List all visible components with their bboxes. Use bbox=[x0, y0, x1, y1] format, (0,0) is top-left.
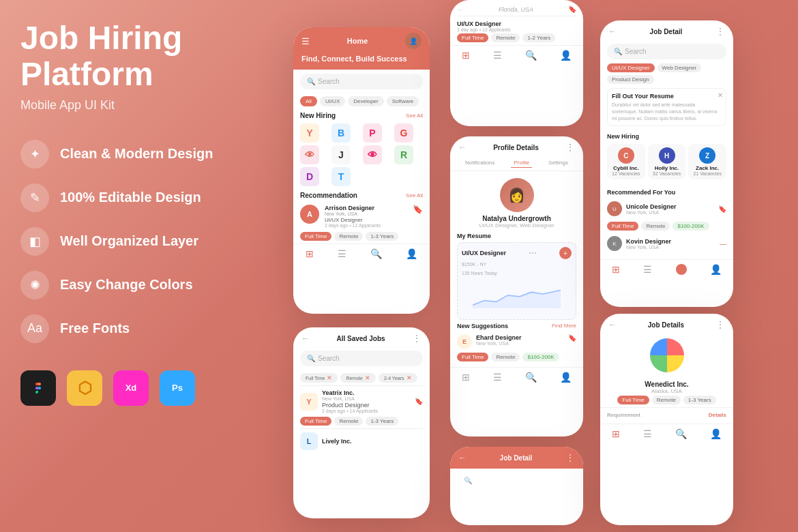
tag-uiux6[interactable]: UI/UX Designer bbox=[457, 492, 505, 501]
sugg-tags: Full Time Remote $100-200K bbox=[450, 353, 583, 361]
tag-uiux4[interactable]: UI/UX Designer bbox=[607, 63, 655, 72]
chart-area bbox=[469, 278, 565, 312]
nav3-home[interactable]: ⊞ bbox=[462, 372, 470, 383]
tab-notifications[interactable]: Notifications bbox=[462, 158, 498, 168]
tag-web6[interactable]: Web Designer bbox=[507, 492, 552, 501]
rec-role: UI/UX Designer bbox=[325, 217, 407, 223]
rec-see-all[interactable]: See All bbox=[406, 192, 423, 198]
cat-dev[interactable]: Developer bbox=[348, 96, 383, 106]
sugg-icon: E bbox=[457, 334, 472, 349]
phone-job-detail-red: ← Job Detail ⋮ 🔍 Search UI/UX Designer W… bbox=[450, 447, 583, 525]
filter-years[interactable]: 2-4 Years✕ bbox=[379, 373, 417, 383]
fill-resume-card: Fill Out Your Resume ✕ Durabitur vel dol… bbox=[607, 88, 726, 126]
phone2-tags: Full Time Remote 1-2 Years bbox=[450, 33, 583, 42]
sugg-bookmark[interactable]: 🔖 bbox=[568, 334, 576, 342]
phone4-search[interactable]: 🔍 Search bbox=[607, 44, 726, 59]
nav2-list[interactable]: ☰ bbox=[493, 50, 502, 61]
phone6-search[interactable]: 🔍 Search bbox=[457, 473, 576, 488]
phone-home: ☰ Home 👤 Find, Connect, Build Success 🔍 … bbox=[293, 27, 430, 314]
filter-remote[interactable]: Remote✕ bbox=[340, 373, 376, 383]
nav2-profile[interactable]: 👤 bbox=[560, 50, 572, 61]
wenedict-company: Wenedict Inc. bbox=[600, 381, 733, 388]
tag-product6[interactable]: Product Design bbox=[457, 504, 504, 513]
organized-icon: ◧ bbox=[20, 227, 49, 256]
nav-home[interactable]: ⊞ bbox=[306, 248, 314, 259]
nav7-profile[interactable]: 👤 bbox=[710, 428, 722, 439]
saved-job-1: Y Yeatrix Inc. New York, USA Product Des… bbox=[293, 386, 430, 417]
nav-search[interactable]: 🔍 bbox=[370, 248, 382, 259]
yeatrix-bookmark[interactable]: 🔖 bbox=[415, 398, 423, 405]
tag-remote: Remote bbox=[334, 232, 363, 241]
cat-uiux[interactable]: UI/UX bbox=[320, 96, 345, 106]
phone4-recommended: Recommended For You bbox=[607, 189, 675, 196]
new-hiring-see-all[interactable]: See All bbox=[406, 113, 423, 119]
nav7-list[interactable]: ☰ bbox=[643, 428, 652, 439]
phone4-hiring-header: New Hiring bbox=[600, 130, 733, 141]
tag-product4[interactable]: Product Design bbox=[607, 75, 654, 84]
filter-fulltime[interactable]: Full Time✕ bbox=[300, 373, 338, 383]
subtitle: Mobile App UI Kit bbox=[20, 98, 266, 113]
bookmark-icon[interactable]: 🔖 bbox=[413, 205, 423, 214]
nav4-profile[interactable]: 👤 bbox=[710, 264, 722, 275]
filter-x3[interactable]: ✕ bbox=[407, 374, 412, 381]
phone2-role: UI/UX Designer bbox=[457, 20, 576, 27]
avatar-center: 👩 Natalya Undergrowth UI/UX Designer, We… bbox=[450, 171, 583, 231]
cat-sw[interactable]: Software bbox=[387, 96, 419, 106]
filter-x1[interactable]: ✕ bbox=[327, 374, 332, 381]
nav2-home[interactable]: ⊞ bbox=[462, 50, 470, 61]
filter-x2[interactable]: ✕ bbox=[365, 374, 370, 381]
holly-logo: H bbox=[659, 147, 675, 164]
nav3-profile[interactable]: 👤 bbox=[560, 372, 572, 383]
phone7-details[interactable]: Details bbox=[709, 412, 726, 418]
r4-ft: Full Time bbox=[607, 222, 638, 231]
r4-remote: Remote bbox=[641, 222, 670, 231]
nav-list[interactable]: ☰ bbox=[338, 248, 346, 259]
phone4-new-hiring: New Hiring bbox=[607, 133, 639, 140]
nav-profile[interactable]: 👤 bbox=[406, 248, 417, 259]
phone2-meta: 1 day ago • 12 Applicants bbox=[457, 27, 576, 32]
rec-person4-name: Unicole Designer bbox=[626, 203, 714, 210]
nav2-search[interactable]: 🔍 bbox=[525, 50, 537, 61]
nav7-home[interactable]: ⊞ bbox=[612, 428, 620, 439]
add-icon[interactable]: + bbox=[559, 247, 572, 259]
nav7-search[interactable]: 🔍 bbox=[675, 428, 687, 439]
cat-all[interactable]: All bbox=[300, 96, 317, 106]
tab-profile[interactable]: Profile bbox=[511, 158, 532, 168]
nav3-search[interactable]: 🔍 bbox=[525, 372, 537, 383]
tag-fulltime-2: Full Time bbox=[457, 33, 488, 42]
rec-icon-a: A bbox=[300, 205, 319, 224]
feature-text-colors: Easy Change Colors bbox=[60, 277, 193, 293]
phone6-header: ← Job Detail ⋮ bbox=[450, 447, 583, 469]
logo-g: G bbox=[394, 123, 413, 143]
phone1-search-placeholder: Search bbox=[318, 78, 340, 85]
tag-remote-2: Remote bbox=[491, 33, 520, 42]
nav3-list[interactable]: ☰ bbox=[493, 372, 502, 383]
phone1-tagline: Find, Connect, Build Success bbox=[301, 55, 422, 63]
kovin-bookmark[interactable]: — bbox=[720, 240, 726, 248]
hiring-card-holly: H Holly Inc. 32 Vacancies bbox=[648, 144, 686, 179]
nav4-list[interactable]: ☰ bbox=[643, 264, 652, 275]
saved-job-2: L Lively Inc. bbox=[293, 429, 430, 454]
phone6-tags: UI/UX Designer Web Designer Product Desi… bbox=[450, 492, 583, 513]
fill-resume-title: Fill Out Your Resume bbox=[612, 93, 722, 100]
phone7-title: Job Details bbox=[648, 321, 684, 329]
suggestion-item: E Ehard Designer New York, USA 🔖 bbox=[450, 331, 583, 353]
figma-icon bbox=[20, 370, 56, 406]
profile-role: UI/UX Designer, Web Designer bbox=[479, 222, 554, 228]
find-more[interactable]: Find More bbox=[552, 323, 576, 329]
profile-tabs: Notifications Profile Settings bbox=[450, 156, 583, 171]
tab-settings[interactable]: Settings bbox=[546, 158, 571, 168]
r4-salary: $100-200K bbox=[673, 222, 709, 231]
rec-bookmark-4[interactable]: 🔖 bbox=[718, 205, 726, 213]
phone1-search[interactable]: 🔍 Search bbox=[300, 74, 423, 89]
zack-name: Zack Inc. bbox=[696, 165, 719, 171]
tag-webdesign4[interactable]: Web Designer bbox=[657, 63, 702, 72]
nav4-home[interactable]: ⊞ bbox=[612, 264, 620, 275]
tag-fulltime: Full Time bbox=[300, 232, 331, 241]
phone5-search[interactable]: 🔍 Search bbox=[300, 351, 423, 366]
feature-list: ✦ Clean & Modern Design ✎ 100% Editable … bbox=[20, 140, 266, 343]
feature-text-clean: Clean & Modern Design bbox=[60, 146, 213, 162]
nav-bar-3: ⊞ ☰ 🔍 👤 bbox=[450, 367, 583, 387]
hiring-grid: C Cybill Inc. 12 Vacancies H Holly Inc. … bbox=[600, 141, 733, 182]
close-btn[interactable]: ✕ bbox=[718, 91, 723, 99]
